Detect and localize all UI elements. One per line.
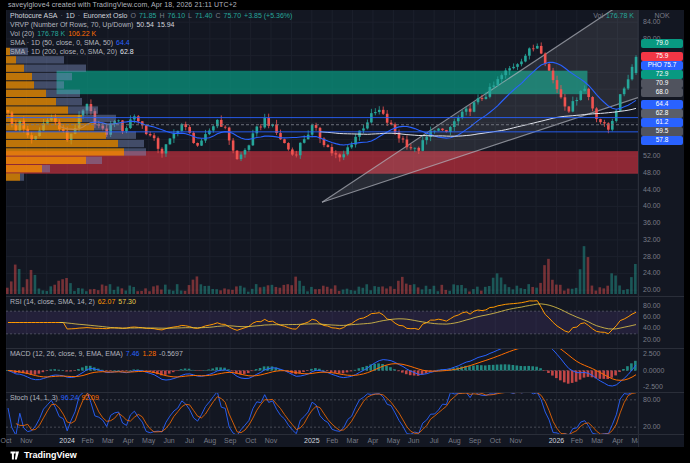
attribution-text: saveylglove4 created with TradingView.co… — [8, 1, 237, 8]
price-axis-label: 52.00 — [643, 152, 661, 159]
time-axis-label: Mar — [343, 437, 363, 444]
macd-pane[interactable]: MACD (12, 26, close, 9, EMA, EMA)7.461.2… — [6, 349, 638, 392]
pane-separator[interactable] — [6, 296, 684, 297]
price-axis-label: 40.00 — [643, 324, 661, 331]
time-axis-label: Oct — [0, 437, 16, 444]
time-axis-label: Jun — [159, 437, 179, 444]
price-scale[interactable]: NOK 84.0080.0076.0072.0068.0064.0060.005… — [638, 10, 684, 447]
time-axis-label: Jul — [424, 437, 444, 444]
price-axis-label: 40.00 — [643, 202, 661, 209]
time-axis-label: Aug — [445, 437, 465, 444]
time-axis-label: Mar — [587, 437, 607, 444]
tradingview-logo-icon — [10, 450, 21, 461]
stoch-plot[interactable] — [6, 393, 638, 434]
time-axis-label: May — [383, 437, 403, 444]
price-axis-label: 80.00 — [643, 302, 661, 309]
time-axis-label: Mar — [98, 437, 118, 444]
macd-plot[interactable] — [6, 349, 638, 392]
pane-separator[interactable] — [6, 348, 684, 349]
price-axis-label: 20.00 — [643, 423, 661, 430]
price-badge: 62.8 — [641, 109, 683, 118]
tradingview-chart-screenshot: saveylglove4 created with TradingView.co… — [0, 0, 690, 463]
time-axis-label: Sep — [220, 437, 240, 444]
price-badge: 75.9 — [641, 52, 683, 61]
time-axis-label: 2025 — [302, 437, 322, 444]
time-axis-label: Nov — [261, 437, 281, 444]
price-axis-label: 44.00 — [643, 186, 661, 193]
time-axis-label: Oct — [485, 437, 505, 444]
chart-frame[interactable]: Photocure ASA·1D·Euronext OsloO71.85H76.… — [6, 10, 684, 447]
time-axis[interactable]: OctNov2024FebMarAprMayJunJulAugSepOctNov… — [6, 435, 684, 447]
pane-separator[interactable] — [6, 392, 684, 393]
price-axis-label: 2.500 — [643, 350, 661, 357]
price-axis-label: 80.00 — [643, 396, 661, 403]
price-axis-label: 28.00 — [643, 253, 661, 260]
price-axis-label: 32.00 — [643, 236, 661, 243]
time-axis-label: Nov — [16, 437, 36, 444]
price-badge: PHO 75.7 — [641, 61, 683, 70]
time-axis-label: Nov — [506, 437, 526, 444]
price-badge: 68.0 — [641, 88, 683, 97]
time-axis-label: Aug — [200, 437, 220, 444]
stoch-pane[interactable]: Stoch (14, 1, 3)96.2492.09 — [6, 393, 638, 434]
price-badge: 57.8 — [641, 136, 683, 145]
rsi-plot[interactable] — [6, 297, 638, 348]
price-badge: 59.5 — [641, 127, 683, 136]
price-badge: 64.4 — [641, 100, 683, 109]
price-badge: 72.9 — [641, 70, 683, 79]
price-axis-label: 48.00 — [643, 169, 661, 176]
time-axis-label: Apr — [608, 437, 628, 444]
time-axis-label: Feb — [78, 437, 98, 444]
time-axis-label: Feb — [567, 437, 587, 444]
time-axis-label: Jul — [179, 437, 199, 444]
tradingview-logo[interactable]: TradingView — [10, 450, 77, 461]
time-axis-label: Oct — [241, 437, 261, 444]
time-axis-label: Feb — [322, 437, 342, 444]
time-axis-label: Sep — [465, 437, 485, 444]
tradingview-wordmark: TradingView — [24, 450, 77, 460]
time-axis-label: May — [139, 437, 159, 444]
price-axis-label: 24.00 — [643, 269, 661, 276]
pane-separator[interactable] — [6, 434, 684, 435]
time-axis-label: Apr — [118, 437, 138, 444]
volume-bars — [6, 246, 637, 294]
price-axis-label: 84.00 — [643, 18, 661, 25]
rsi-pane[interactable]: RSI (14, close, SMA, 14, 2)62.0757.30 — [6, 297, 638, 348]
price-badge: 70.9 — [641, 79, 683, 88]
price-axis-label: 20.00 — [643, 286, 661, 293]
time-axis-label: 2024 — [57, 437, 77, 444]
price-axis-label: 20.00 — [643, 336, 661, 343]
candlestick-chart[interactable] — [6, 10, 638, 296]
bottom-bar: TradingView — [0, 447, 690, 463]
price-badge: 61.2 — [641, 118, 683, 127]
price-axis-label: 0.0000 — [643, 367, 664, 374]
price-axis-label: 60.00 — [643, 313, 661, 320]
price-badge: 79.0 — [641, 39, 683, 48]
price-axis-label: 36.00 — [643, 219, 661, 226]
price-pane[interactable]: Photocure ASA·1D·Euronext OsloO71.85H76.… — [6, 10, 638, 296]
price-axis-label: -2.500 — [643, 383, 663, 390]
time-axis-label: Apr — [363, 437, 383, 444]
time-axis-label: Jun — [404, 437, 424, 444]
time-axis-label: 2026 — [546, 437, 566, 444]
